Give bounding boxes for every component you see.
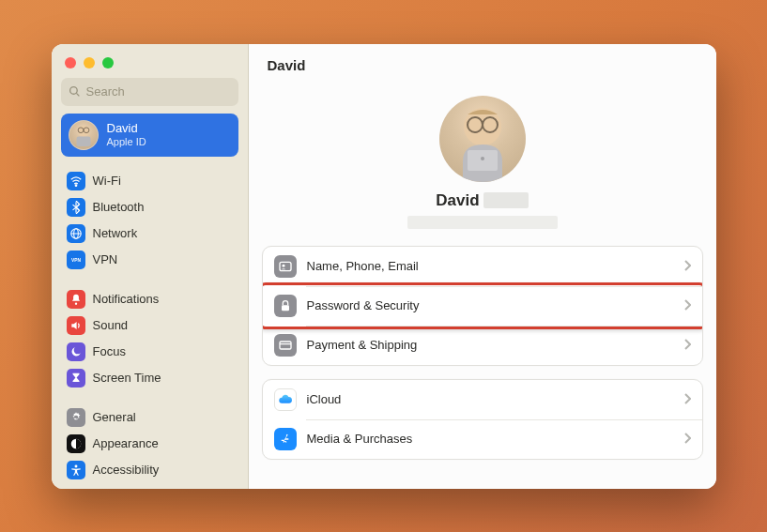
sidebar-item-sound[interactable]: Sound — [61, 312, 238, 339]
svg-point-22 — [282, 264, 284, 266]
vpn-icon: VPN — [67, 251, 85, 269]
wifi-icon — [67, 172, 85, 190]
sidebar-item-label: Sound — [93, 318, 129, 332]
chevron-right-icon — [683, 391, 691, 408]
svg-line-1 — [76, 93, 79, 96]
avatar-large — [439, 96, 526, 182]
svg-rect-24 — [280, 342, 291, 349]
chevron-right-icon — [683, 431, 691, 448]
sidebar-item-wifi[interactable]: Wi-Fi — [61, 168, 238, 194]
accessibility-icon — [67, 461, 85, 479]
settings-row-media-purchases[interactable]: Media & Purchases — [263, 419, 702, 459]
window-controls — [52, 44, 248, 78]
sidebar-item-appearance[interactable]: Appearance — [61, 431, 238, 457]
settings-row-label: Payment & Shipping — [307, 338, 673, 352]
close-window-button[interactable] — [65, 57, 76, 68]
search-field[interactable] — [61, 78, 238, 106]
search-container — [52, 78, 248, 114]
sidebar-item-label: Wi-Fi — [93, 174, 121, 188]
main-scroll[interactable]: David Name, Phone, EmailPassword & Secur… — [249, 81, 716, 489]
moon-icon — [67, 342, 85, 361]
svg-rect-23 — [282, 305, 289, 311]
settings-row-password-security[interactable]: Password & Security — [263, 286, 702, 326]
sidebar-item-label: VPN — [93, 252, 118, 266]
hourglass-icon — [67, 369, 85, 388]
sidebar: David Apple ID Wi-FiBluetoothNetworkVPNV… — [52, 44, 249, 489]
account-name: David — [107, 121, 146, 136]
id-card-icon — [274, 255, 297, 278]
avatar-small — [69, 120, 99, 150]
globe-icon — [67, 224, 85, 243]
svg-point-12 — [74, 302, 76, 304]
redacted-text — [407, 216, 558, 229]
sidebar-item-accessibility[interactable]: Accessibility — [61, 457, 238, 483]
settings-row-name-phone-email[interactable]: Name, Phone, Email — [263, 247, 702, 286]
svg-point-0 — [69, 87, 77, 95]
chevron-right-icon — [683, 337, 691, 354]
page-title: David — [249, 44, 716, 81]
sidebar-item-label: Screen Time — [93, 371, 161, 385]
settings-row-label: Password & Security — [307, 298, 673, 312]
sidebar-item-general[interactable]: General — [61, 404, 238, 431]
settings-row-label: iCloud — [307, 392, 673, 406]
sidebar-scroll[interactable]: David Apple ID Wi-FiBluetoothNetworkVPNV… — [52, 114, 248, 489]
account-text: David Apple ID — [107, 121, 146, 148]
bell-icon — [67, 290, 85, 309]
sidebar-item-label: Bluetooth — [93, 200, 145, 214]
svg-point-6 — [75, 184, 76, 185]
cloud-icon — [274, 388, 297, 411]
search-icon — [69, 85, 81, 98]
credit-card-icon — [274, 334, 297, 357]
profile-name: David — [436, 191, 528, 210]
minimize-window-button[interactable] — [84, 57, 95, 68]
chevron-right-icon — [683, 258, 691, 275]
sidebar-item-vpn[interactable]: VPNVPN — [61, 247, 238, 273]
sidebar-item-notifications[interactable]: Notifications — [61, 286, 238, 312]
settings-row-label: Name, Phone, Email — [307, 259, 673, 273]
appstore-icon — [274, 428, 297, 450]
sidebar-item-label: Focus — [93, 344, 126, 358]
sidebar-item-label: Network — [93, 226, 138, 240]
settings-section: iCloudMedia & Purchases — [262, 379, 703, 460]
sidebar-item-screentime[interactable]: Screen Time — [61, 365, 238, 391]
svg-rect-3 — [76, 136, 90, 146]
svg-text:VPN: VPN — [71, 258, 81, 263]
zoom-window-button[interactable] — [102, 57, 114, 68]
bluetooth-icon — [67, 198, 85, 217]
speaker-icon — [67, 316, 85, 335]
svg-point-14 — [74, 464, 77, 467]
chevron-right-icon — [683, 297, 691, 314]
settings-row-icloud[interactable]: iCloud — [263, 380, 702, 419]
account-sublabel: Apple ID — [107, 136, 146, 148]
redacted-text — [483, 192, 529, 208]
settings-row-label: Media & Purchases — [307, 432, 673, 446]
settings-row-payment-shipping[interactable]: Payment & Shipping — [263, 326, 702, 365]
main-panel: David David Name, Phone, EmailPassword &… — [249, 44, 716, 489]
lock-icon — [274, 295, 297, 317]
settings-section: Name, Phone, EmailPassword & SecurityPay… — [262, 246, 703, 366]
gear-icon — [67, 408, 85, 427]
sidebar-item-label: Accessibility — [93, 463, 160, 477]
sidebar-item-focus[interactable]: Focus — [61, 339, 238, 365]
sidebar-item-label: Appearance — [93, 436, 159, 450]
svg-point-17 — [481, 157, 484, 160]
appearance-icon — [67, 434, 85, 453]
sidebar-account-item[interactable]: David Apple ID — [61, 114, 238, 157]
sidebar-item-network[interactable]: Network — [61, 220, 238, 247]
settings-window: David Apple ID Wi-FiBluetoothNetworkVPNV… — [52, 44, 716, 489]
sidebar-item-label: General — [93, 410, 136, 424]
sidebar-item-bluetooth[interactable]: Bluetooth — [61, 194, 238, 220]
sidebar-item-label: Notifications — [93, 292, 160, 306]
search-input[interactable] — [86, 84, 231, 99]
profile-header: David — [262, 81, 703, 246]
